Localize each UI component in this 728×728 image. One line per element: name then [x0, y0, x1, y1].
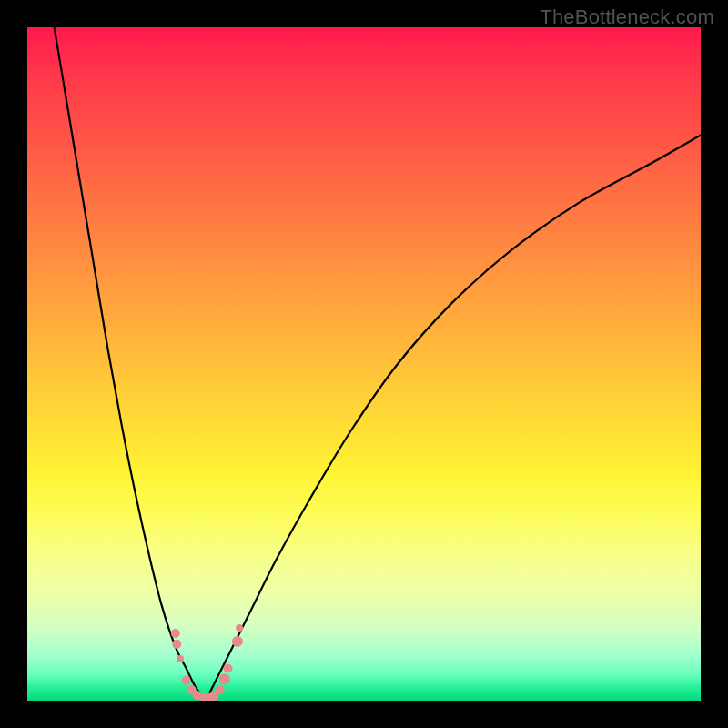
data-marker — [182, 676, 191, 685]
data-marker — [171, 629, 180, 638]
watermark-text: TheBottleneck.com — [540, 5, 714, 29]
chart-frame: TheBottleneck.com — [0, 0, 728, 728]
plot-area — [27, 27, 701, 701]
data-marker — [216, 685, 225, 694]
data-marker — [177, 655, 184, 662]
bottleneck-curve-svg — [27, 27, 701, 701]
curve-group — [55, 27, 701, 701]
curve-right-branch — [206, 135, 701, 701]
data-marker — [232, 636, 243, 647]
data-marker — [236, 624, 243, 632]
curve-left-branch — [55, 27, 207, 701]
data-markers — [171, 624, 243, 701]
data-marker — [224, 663, 233, 672]
data-marker — [219, 673, 230, 684]
data-marker — [172, 640, 181, 649]
